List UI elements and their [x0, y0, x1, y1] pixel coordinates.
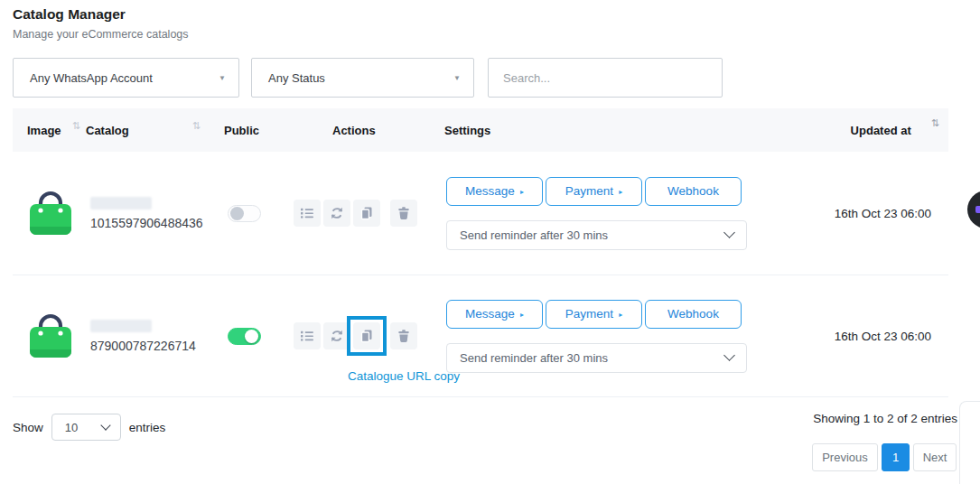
chevron-down-icon: [100, 420, 110, 430]
caret-right-icon: ▸: [520, 188, 524, 196]
caret-down-icon: ▼: [219, 74, 226, 82]
sort-icon[interactable]: ⇅: [72, 120, 80, 132]
settings-buttons: Message ▸ Payment ▸ Webhook: [446, 300, 759, 329]
show-label: Show: [13, 421, 43, 434]
previous-page-button[interactable]: Previous: [812, 443, 878, 471]
public-cell: [224, 328, 287, 345]
column-header-image[interactable]: Image ⇅: [27, 124, 86, 137]
settings-cell: Message ▸ Payment ▸ Webhook Send reminde…: [444, 177, 759, 250]
actions-cell: [287, 316, 444, 356]
shopping-bag-icon: [27, 308, 74, 360]
reminder-select-value: Send reminder after 30 mins: [460, 351, 608, 365]
page-size-control: Show 10 entries: [13, 414, 165, 441]
caret-down-icon: ▼: [453, 74, 461, 82]
sort-icon[interactable]: ⇅: [192, 120, 201, 132]
copy-catalog-url-button[interactable]: [353, 322, 380, 349]
actions-cell: [287, 200, 444, 227]
catalog-image-cell: [27, 185, 86, 241]
webhook-button[interactable]: Webhook: [645, 177, 742, 206]
delete-catalog-button[interactable]: [390, 322, 417, 349]
sync-icon: [330, 206, 344, 220]
whatsapp-account-select[interactable]: Any WhatsApp Account ▼: [13, 58, 239, 98]
settings-buttons: Message ▸ Payment ▸ Webhook: [446, 177, 759, 206]
chevron-down-icon: [723, 349, 735, 361]
sort-icon[interactable]: ⇅: [931, 117, 939, 129]
chevron-down-icon: [723, 227, 735, 238]
payment-button[interactable]: Payment ▸: [546, 177, 642, 206]
floating-widget-button[interactable]: [967, 191, 980, 228]
reminder-select[interactable]: Send reminder after 30 mins: [446, 220, 747, 250]
column-header-actions: Actions: [287, 124, 444, 137]
copy-tooltip-label: Catalogue URL copy: [348, 369, 460, 383]
updated-at: 16th Oct 23 06:00: [759, 330, 939, 343]
toggle-knob: [230, 207, 244, 220]
updated-at: 16th Oct 23 06:00: [759, 207, 939, 220]
sync-icon: [330, 329, 344, 343]
catalog-id: 1015597906488436: [86, 216, 224, 230]
settings-cell: Message ▸ Payment ▸ Webhook Send reminde…: [444, 300, 759, 373]
catalog-name-redacted: [90, 197, 152, 209]
current-page-button[interactable]: 1: [882, 443, 910, 471]
trash-icon: [397, 329, 411, 343]
catalog-items-button[interactable]: [294, 322, 321, 349]
status-select[interactable]: Any Status ▼: [251, 58, 474, 98]
reminder-select-value: Send reminder after 30 mins: [460, 228, 608, 242]
shopping-bag-icon: [27, 185, 74, 237]
column-header-updated-at[interactable]: Updated at ⇅: [759, 124, 939, 137]
catalog-manager-page: Catalog Manager Manage your eCommerce ca…: [0, 0, 980, 484]
sync-catalog-button[interactable]: [323, 200, 350, 227]
page-subtitle: Manage your eCommerce catalogs: [13, 28, 189, 41]
catalog-name-redacted: [90, 320, 152, 332]
message-button[interactable]: Message ▸: [446, 177, 543, 206]
pagination: Previous 1 Next: [812, 443, 957, 471]
column-header-public: Public: [224, 124, 287, 137]
column-header-catalog[interactable]: Catalog ⇅: [86, 124, 224, 137]
next-page-button[interactable]: Next: [913, 443, 957, 471]
catalog-cell: 879000787226714: [86, 320, 224, 353]
message-button[interactable]: Message ▸: [446, 300, 543, 329]
delete-catalog-button[interactable]: [390, 200, 417, 227]
widget-logo-icon: [975, 206, 980, 213]
catalog-id: 879000787226714: [86, 339, 224, 353]
entries-label: entries: [129, 421, 166, 434]
panel-edge-divider: [959, 401, 980, 484]
copy-icon: [359, 206, 374, 220]
copy-catalog-url-button[interactable]: [353, 200, 380, 227]
column-header-settings: Settings: [444, 124, 759, 137]
catalog-cell: 1015597906488436: [86, 197, 224, 230]
page-size-select[interactable]: 10: [51, 414, 121, 441]
catalog-items-button[interactable]: [294, 200, 321, 227]
filter-bar: Any WhatsApp Account ▼ Any Status ▼: [13, 58, 723, 98]
page-title: Catalog Manager: [13, 6, 126, 23]
caret-right-icon: ▸: [619, 311, 622, 319]
list-icon: [300, 329, 314, 343]
list-icon: [300, 206, 314, 220]
table-body: 1015597906488436: [13, 152, 948, 397]
page-size-value: 10: [65, 421, 78, 434]
public-toggle[interactable]: [228, 328, 261, 345]
reminder-select[interactable]: Send reminder after 30 mins: [446, 343, 747, 373]
webhook-button[interactable]: Webhook: [645, 300, 742, 329]
public-cell: [224, 205, 287, 222]
caret-right-icon: ▸: [520, 311, 524, 319]
whatsapp-account-select-value: Any WhatsApp Account: [30, 71, 153, 85]
entries-summary: Showing 1 to 2 of 2 entries: [813, 412, 957, 425]
copy-button-highlight: [347, 316, 387, 356]
copy-icon: [359, 329, 374, 343]
trash-icon: [397, 206, 411, 220]
table-header: Image ⇅ Catalog ⇅ Public Actions Setting…: [13, 108, 948, 152]
table-row: 879000787226714: [13, 275, 948, 397]
public-toggle[interactable]: [228, 205, 261, 222]
search-input[interactable]: [488, 58, 723, 98]
caret-right-icon: ▸: [619, 188, 622, 196]
status-select-value: Any Status: [268, 71, 325, 85]
payment-button[interactable]: Payment ▸: [546, 300, 642, 329]
table-row: 1015597906488436: [13, 152, 948, 275]
toggle-knob: [245, 330, 258, 343]
catalog-image-cell: [27, 308, 86, 364]
